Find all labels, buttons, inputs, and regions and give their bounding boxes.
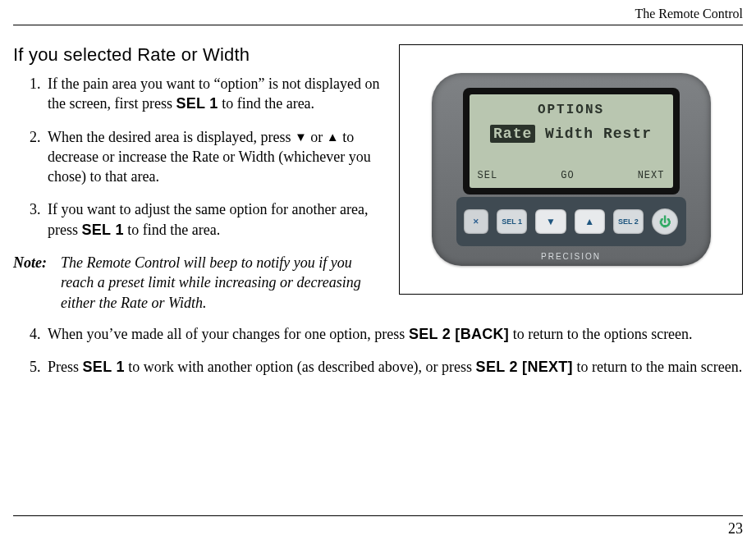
triangle-up-icon: ▲: [327, 131, 339, 144]
step-1-text-c: to find the area.: [218, 95, 314, 112]
lcd-soft-left: SEL: [478, 170, 498, 181]
triangle-down-icon: ▼: [295, 131, 307, 144]
up-button[interactable]: ▲: [575, 209, 605, 234]
step-2: When the desired area is displayed, pres…: [44, 127, 384, 187]
sel2-next-label: SEL 2 [NEXT]: [476, 359, 573, 375]
steps-list-bottom: When you’ve made all of your changes for…: [13, 324, 743, 377]
lcd-option-width: Width: [545, 126, 593, 142]
step-3-text-c: to find the area.: [124, 222, 220, 238]
logo-icon: ✕: [464, 209, 488, 234]
lcd-soft-right: NEXT: [638, 170, 665, 181]
page-number: 23: [728, 520, 743, 538]
lcd-option-restr: Restr: [603, 126, 652, 142]
step-3: If you want to adjust the same option fo…: [44, 199, 384, 240]
device-brand: PRECISION: [432, 252, 711, 261]
lcd-screen: OPTIONS Rate Width Restr SEL GO NEXT: [470, 94, 673, 188]
step-2-text-b: or: [307, 129, 327, 145]
note-label: Note:: [13, 253, 56, 313]
note-text: The Remote Control will beep to notify y…: [61, 253, 384, 313]
sel1-label: SEL 1: [82, 222, 124, 238]
lcd-bezel: OPTIONS Rate Width Restr SEL GO NEXT: [463, 88, 680, 194]
power-button[interactable]: ⏻: [652, 208, 677, 235]
sel1-button[interactable]: SEL 1: [497, 209, 527, 234]
step-4-text-c: to return to the options screen.: [509, 326, 692, 342]
top-rule: [13, 25, 743, 25]
sel1-label: SEL 1: [83, 359, 125, 375]
down-button[interactable]: ▼: [535, 209, 566, 234]
remote-control-device: OPTIONS Rate Width Restr SEL GO NEXT: [432, 73, 711, 266]
step-4: When you’ve made all of your changes for…: [44, 324, 743, 344]
step-5-text-c: to work with another option (as describe…: [125, 359, 476, 375]
sel2-back-label: SEL 2 [BACK]: [409, 326, 509, 342]
lcd-soft-mid: GO: [561, 170, 574, 181]
step-1: If the pain area you want to “option” is…: [44, 74, 384, 114]
step-5-text-e: to return to the main screen.: [573, 359, 742, 375]
lcd-options-row: Rate Width Restr: [470, 126, 673, 142]
device-figure: OPTIONS Rate Width Restr SEL GO NEXT: [399, 44, 743, 295]
section-heading: If you selected Rate or Width: [13, 44, 384, 66]
steps-list-top: If the pain area you want to “option” is…: [13, 74, 384, 240]
device-button-row: ✕ SEL 1 ▼ ▲ SEL 2 ⏻: [456, 197, 686, 246]
sel1-label: SEL 1: [176, 95, 218, 112]
bottom-rule: [13, 515, 743, 516]
sel2-button[interactable]: SEL 2: [613, 209, 644, 234]
note-block: Note: The Remote Control will beep to no…: [13, 253, 384, 313]
step-5: Press SEL 1 to work with another option …: [44, 357, 743, 377]
lcd-option-rate: Rate: [490, 125, 535, 143]
step-4-text-a: When you’ve made all of your changes for…: [48, 326, 409, 342]
running-head: The Remote Control: [635, 7, 743, 21]
lcd-softkeys: SEL GO NEXT: [478, 170, 665, 181]
step-2-text-a: When the desired area is displayed, pres…: [48, 129, 295, 145]
step-5-text-a: Press: [48, 359, 83, 375]
lcd-title: OPTIONS: [470, 103, 673, 117]
